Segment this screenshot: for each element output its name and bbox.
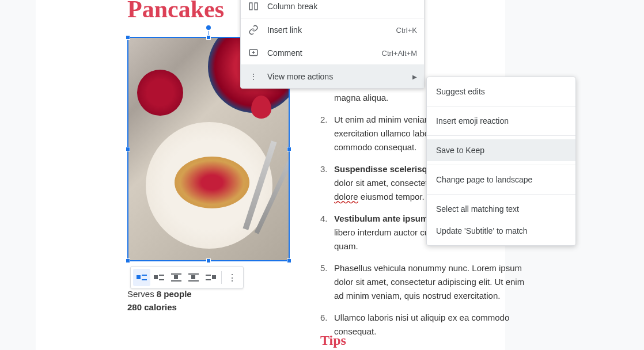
submenu-update-subtitle[interactable]: Update 'Subtitle' to match: [427, 220, 575, 242]
list-item: Ullamco laboris nisi ut aliquip ex ea co…: [320, 311, 528, 338]
comment-icon: [248, 47, 259, 59]
submenu-change-landscape[interactable]: Change page to landscape: [427, 169, 575, 191]
calories-value: 280 calories: [127, 302, 177, 312]
menu-view-more-actions[interactable]: ⋮ View more actions ▶: [241, 65, 424, 88]
recipe-title: Pancakes: [127, 0, 224, 23]
menu-column-break[interactable]: Column break: [241, 0, 424, 18]
submenu-suggest-edits[interactable]: Suggest edits: [427, 81, 575, 102]
submenu-select-matching[interactable]: Select all matching text: [427, 198, 575, 220]
resize-handle-tl[interactable]: [126, 35, 130, 40]
break-text-button[interactable]: [168, 269, 185, 286]
image-toolbar: [130, 266, 244, 289]
shortcut-text: Ctrl+Alt+M: [382, 49, 417, 58]
behind-text-button[interactable]: [185, 269, 202, 286]
rotate-handle[interactable]: [205, 24, 212, 31]
svg-rect-1: [255, 3, 257, 10]
menu-insert-link[interactable]: Insert link Ctrl+K: [241, 18, 424, 41]
serves-value: 8 people: [157, 289, 192, 299]
menu-comment[interactable]: Comment Ctrl+Alt+M: [241, 41, 424, 64]
resize-handle-bl[interactable]: [126, 258, 130, 263]
tips-heading: Tips: [320, 333, 346, 348]
list-item: Phasellus vehicula nonummy nunc. Lorem i…: [320, 261, 528, 303]
context-menu: Column break Insert link Ctrl+K Comment …: [240, 0, 425, 89]
chevron-right-icon: ▶: [412, 74, 417, 80]
resize-handle-br[interactable]: [287, 258, 291, 263]
submenu-save-to-keep[interactable]: Save to Keep: [427, 139, 575, 161]
serves-label: Serves: [127, 289, 154, 299]
submenu-more-actions: Suggest edits Insert emoji reaction Save…: [426, 77, 576, 246]
column-break-icon: [248, 1, 259, 12]
more-vertical-icon: ⋮: [248, 71, 259, 82]
front-text-button[interactable]: [202, 269, 219, 286]
resize-handle-bm[interactable]: [206, 258, 211, 263]
wrap-text-button[interactable]: [150, 269, 168, 286]
resize-handle-tm[interactable]: [206, 35, 211, 40]
resize-handle-mr[interactable]: [287, 147, 291, 151]
shortcut-text: Ctrl+K: [396, 26, 417, 35]
svg-rect-0: [249, 3, 252, 10]
recipe-meta: Serves 8 people 280 calories: [127, 289, 192, 315]
wrap-inline-button[interactable]: [133, 269, 150, 286]
link-icon: [248, 24, 259, 36]
resize-handle-ml[interactable]: [126, 147, 130, 151]
submenu-insert-emoji[interactable]: Insert emoji reaction: [427, 110, 575, 132]
image-options-more-button[interactable]: [223, 269, 241, 286]
